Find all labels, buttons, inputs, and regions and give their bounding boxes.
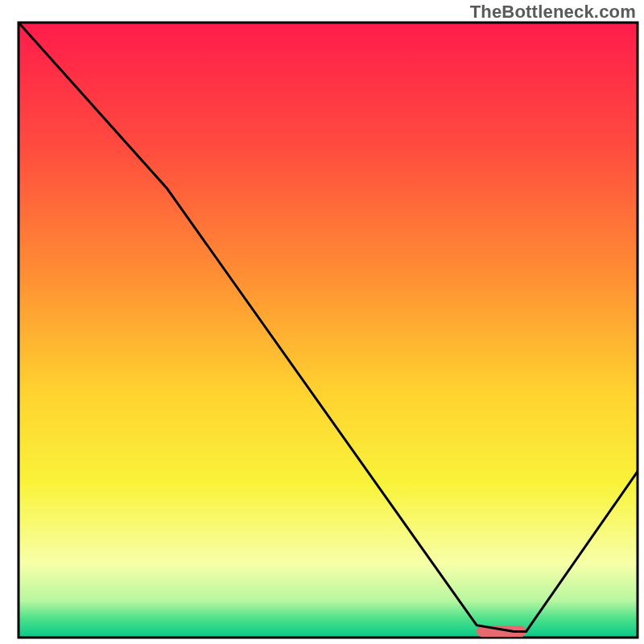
plot-background xyxy=(19,23,638,638)
bottleneck-chart xyxy=(0,0,644,644)
watermark-label: TheBottleneck.com xyxy=(470,2,636,23)
chart-container: TheBottleneck.com xyxy=(0,0,644,644)
